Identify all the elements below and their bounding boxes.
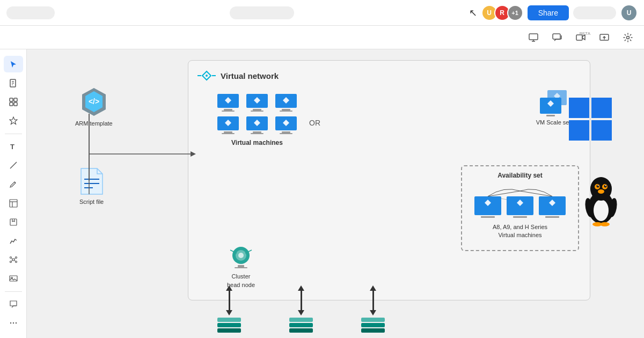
arm-template-label: ARM template	[75, 120, 113, 127]
sidebar-item-network[interactable]	[4, 251, 23, 268]
svg-rect-87	[545, 216, 559, 218]
svg-rect-63	[280, 133, 292, 134]
topbar-pill-right[interactable]	[573, 6, 616, 19]
arrow-shaft-3	[372, 291, 374, 310]
svg-line-30	[14, 260, 16, 261]
sidebar-item-image[interactable]	[4, 270, 23, 287]
svg-point-34	[10, 322, 11, 324]
sidebar-item-components[interactable]	[4, 93, 23, 110]
vmss-label: VM Scale sets	[536, 119, 574, 126]
monitor-icon[interactable]	[526, 30, 541, 45]
sidebar-divider-2	[5, 291, 22, 292]
db-layer-3	[217, 328, 241, 333]
topbar-right: ↖ U R +1 Share U	[469, 4, 638, 21]
vm-icon-3	[273, 93, 299, 112]
win-tile-3	[569, 120, 589, 141]
db-stack-1	[217, 318, 241, 333]
svg-line-29	[11, 260, 12, 261]
sidebar-item-line[interactable]	[4, 157, 23, 174]
svg-rect-58	[253, 131, 261, 133]
topbar-left	[6, 6, 55, 19]
vmss-icon	[540, 90, 570, 117]
arrow-head-up-2	[298, 285, 304, 291]
db-layer-8	[361, 323, 385, 327]
avatar-count: +1	[507, 5, 523, 21]
sidebar-item-chart[interactable]	[4, 232, 23, 249]
svg-rect-43	[222, 111, 235, 112]
svg-point-26	[15, 261, 17, 263]
svg-rect-51	[280, 111, 292, 112]
db-layer-7	[361, 318, 385, 322]
avatar-user: U	[620, 4, 638, 21]
svg-point-6	[627, 36, 630, 39]
svg-point-33	[12, 322, 13, 324]
sidebar-divider-1	[5, 134, 22, 134]
svg-rect-73	[235, 267, 247, 268]
chat-icon[interactable]	[550, 30, 565, 45]
sidebar-item-feedback[interactable]	[4, 296, 23, 313]
arrow-head-down-1	[226, 310, 232, 315]
arrow-head-down-3	[370, 310, 376, 315]
vm-icon-6	[273, 115, 299, 135]
bottom-section	[217, 285, 385, 333]
svg-rect-42	[224, 109, 232, 111]
svg-point-99	[590, 177, 612, 201]
sidebar-item-document[interactable]	[4, 75, 23, 91]
svg-rect-55	[222, 133, 235, 134]
svg-point-23	[10, 257, 11, 259]
script-file-wrap: Script file	[79, 167, 104, 205]
vm-icon-4	[215, 115, 241, 135]
script-icon	[80, 167, 104, 195]
secondary-toolbar: BETA	[0, 26, 644, 49]
svg-point-110	[600, 222, 610, 226]
sidebar-item-sticky[interactable]	[4, 214, 23, 230]
svg-text:T: T	[10, 143, 14, 151]
settings-icon[interactable]	[620, 30, 635, 45]
topbar-pill-center[interactable]	[230, 6, 294, 19]
avail-box: Availability set	[461, 165, 579, 251]
vnet-box: Virtual network	[188, 60, 590, 300]
arrow-head-up-3	[370, 285, 376, 291]
sidebar-item-table[interactable]	[4, 195, 23, 211]
vm-icon-5	[244, 115, 270, 135]
share-button[interactable]: Share	[528, 5, 569, 20]
svg-text:</>: </>	[89, 97, 99, 106]
video-icon[interactable]: BETA	[573, 30, 588, 45]
cluster-icon	[226, 246, 256, 273]
topbar-pill-left[interactable]	[6, 6, 55, 19]
share-screen-icon[interactable]	[597, 30, 612, 45]
svg-point-104	[598, 185, 599, 186]
canvas[interactable]: Virtual network	[27, 49, 644, 338]
vm-icon-2	[244, 93, 270, 112]
bottom-arrow-3	[361, 285, 385, 333]
svg-point-24	[15, 257, 17, 259]
bottom-arrow-2	[289, 285, 313, 333]
sidebar-item-text[interactable]: T	[4, 138, 23, 155]
cursor-icon: ↖	[469, 7, 477, 19]
db-layer-5	[289, 323, 313, 327]
svg-point-71	[238, 253, 244, 258]
svg-rect-54	[224, 131, 232, 133]
svg-rect-50	[282, 109, 290, 111]
svg-point-105	[605, 185, 606, 186]
top-bar: ↖ U R +1 Share U	[0, 0, 644, 26]
sidebar-item-cursor[interactable]	[4, 56, 23, 72]
svg-rect-68	[546, 115, 555, 116]
svg-point-39	[206, 75, 208, 77]
avail-vms	[467, 186, 573, 218]
svg-point-98	[594, 200, 609, 221]
avail-set-title: Availability set	[467, 172, 573, 179]
db-layer-6	[289, 328, 313, 333]
arrow-head-up-1	[226, 285, 232, 291]
svg-rect-21	[10, 219, 17, 225]
svg-rect-84	[513, 216, 527, 218]
arrow-shaft-1	[229, 291, 230, 310]
sidebar-item-pen[interactable]	[4, 176, 23, 193]
svg-rect-14	[14, 102, 17, 106]
db-layer-2	[217, 323, 241, 327]
sidebar-item-more[interactable]	[4, 315, 23, 332]
sidebar-item-star[interactable]	[4, 112, 23, 129]
arm-template-wrap: </> ARM template	[75, 87, 113, 127]
beta-label: BETA	[580, 31, 590, 36]
or-text: OR	[309, 119, 320, 127]
